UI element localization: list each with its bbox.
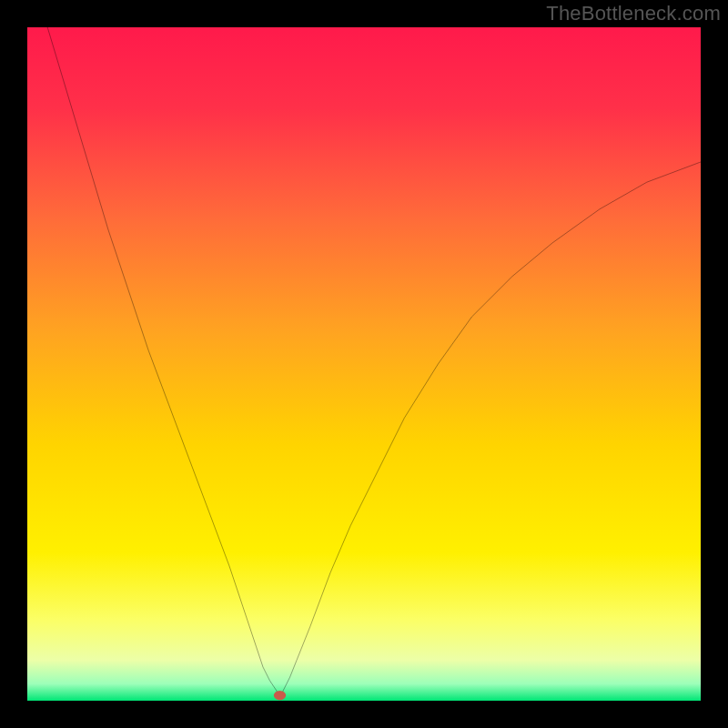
min-marker — [274, 691, 286, 700]
chart-plot-area — [27, 27, 701, 701]
watermark-text: TheBottleneck.com — [546, 2, 721, 25]
chart-svg — [27, 27, 701, 701]
chart-frame: TheBottleneck.com — [0, 0, 728, 728]
gradient-background — [27, 27, 701, 701]
